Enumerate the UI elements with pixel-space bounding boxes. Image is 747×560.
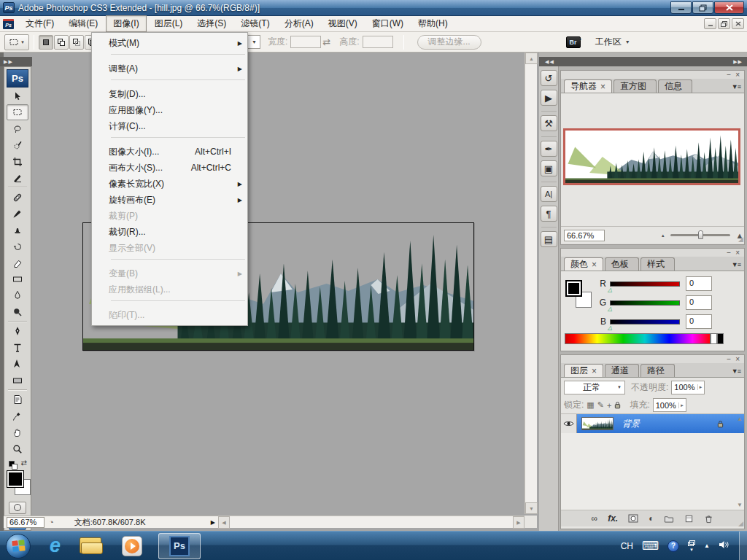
channel-slider[interactable]: △ <box>610 281 680 287</box>
dock-header[interactable]: ◀◀ ▶▶ <box>539 57 747 66</box>
slice-tool[interactable] <box>7 170 28 186</box>
slider-thumb[interactable] <box>698 230 703 239</box>
doc-restore-button[interactable] <box>718 18 730 29</box>
panel-minimize-icon[interactable]: − <box>727 356 731 362</box>
menu-item[interactable]: 图像(I) <box>106 15 146 32</box>
menu-item[interactable] <box>92 300 247 307</box>
black-swatch[interactable] <box>717 333 724 344</box>
actions-panel-button[interactable]: ▶ <box>541 90 557 106</box>
show-desktop-button[interactable] <box>739 532 747 560</box>
menu-item[interactable]: 陷印(T)... <box>92 307 247 323</box>
spinner-icon[interactable]: ▸ <box>697 384 703 390</box>
scroll-down-button[interactable]: ▼ <box>525 502 538 514</box>
add-selection-button[interactable] <box>54 35 69 50</box>
start-button[interactable] <box>6 534 31 559</box>
window-layout-icon[interactable]: ▼ <box>688 540 695 552</box>
character-panel-button[interactable]: A| <box>541 186 557 202</box>
panel-tab[interactable]: 图层 × <box>564 364 603 377</box>
menu-item[interactable]: 调整(A) ▶ <box>92 61 247 77</box>
media-player-button[interactable] <box>122 536 142 556</box>
blur-tool[interactable] <box>7 287 28 303</box>
toolbox-header[interactable]: ▶▶ <box>0 57 32 66</box>
color-spectrum-ramp[interactable] <box>565 333 711 344</box>
menu-item[interactable] <box>92 79 247 86</box>
tool-preset-picker[interactable]: ▼ <box>4 34 29 50</box>
swap-dimensions-icon[interactable]: ⇄ <box>322 36 330 47</box>
channel-value-input[interactable]: 0 <box>686 314 712 329</box>
menu-item[interactable]: 文件(F) <box>19 16 61 31</box>
clone-stamp-tool[interactable] <box>7 222 28 238</box>
opacity-input[interactable]: 100% ▸ <box>671 381 705 394</box>
menu-item[interactable]: 视图(V) <box>322 16 364 31</box>
panel-close-icon[interactable]: × <box>735 356 740 362</box>
lock-all-icon[interactable] <box>614 401 621 409</box>
panel-close-icon[interactable]: × <box>735 249 740 256</box>
quick-selection-tool[interactable] <box>7 137 28 153</box>
menu-item[interactable]: 模式(M) ▶ <box>92 35 247 51</box>
menu-item[interactable]: 复制(D)... <box>92 86 247 102</box>
panel-tab[interactable]: 导航器 × <box>564 79 612 93</box>
channel-slider[interactable]: △ <box>610 319 680 324</box>
foreground-color-swatch[interactable] <box>7 470 24 488</box>
menu-item[interactable]: 画布大小(S)... Alt+Ctrl+C <box>92 160 247 176</box>
notes-tool[interactable] <box>7 392 28 408</box>
tab-close-icon[interactable]: × <box>592 260 597 270</box>
pen-tool[interactable] <box>7 323 28 339</box>
height-input[interactable] <box>363 36 393 48</box>
workspace-button[interactable]: 工作区 ▼ <box>595 36 630 48</box>
scroll-up-button[interactable]: ▲ <box>525 52 538 64</box>
close-button[interactable] <box>714 1 744 14</box>
menu-item[interactable]: 图层(L) <box>148 16 190 31</box>
language-indicator[interactable]: CH <box>621 541 633 551</box>
list-scroll-up-icon[interactable]: ▲ <box>737 416 743 422</box>
path-selection-tool[interactable] <box>7 356 28 372</box>
tab-close-icon[interactable]: × <box>600 82 605 92</box>
scroll-left-button[interactable]: ◀ <box>218 516 230 529</box>
panel-tab[interactable]: 路径 <box>640 364 675 377</box>
menu-item[interactable] <box>92 259 247 265</box>
history-panel-button[interactable]: ↺ <box>541 70 557 86</box>
panel-tab[interactable]: 样式 <box>640 257 675 271</box>
eraser-tool[interactable] <box>7 254 28 271</box>
menu-item[interactable]: 选择(S) <box>190 16 233 31</box>
menu-item[interactable]: 显示全部(V) <box>92 240 247 256</box>
fill-input[interactable]: 100% ▸ <box>653 398 686 412</box>
blend-mode-select[interactable]: 正常 ▼ <box>564 381 625 394</box>
navigator-zoom-input[interactable]: 66.67% <box>564 230 605 241</box>
swap-colors-icon[interactable]: ⇄ <box>21 459 27 467</box>
eyedropper-tool[interactable] <box>7 408 28 424</box>
spinner-icon[interactable]: ▸ <box>678 402 684 408</box>
help-icon[interactable]: ? <box>667 540 679 552</box>
brushes-panel-button[interactable]: ✒ <box>541 141 557 157</box>
foreground-color-swatch[interactable] <box>565 280 582 297</box>
keyboard-icon[interactable]: ⌨ <box>642 539 659 553</box>
channel-value-input[interactable]: 0 <box>686 295 712 310</box>
tool-presets-panel-button[interactable]: ⚒ <box>541 115 557 131</box>
refine-edge-button[interactable]: 调整边缘... <box>417 35 481 50</box>
new-layer-button[interactable] <box>684 514 694 524</box>
adjustment-layer-button[interactable]: ◐ <box>649 513 654 524</box>
menu-item[interactable]: 编辑(E) <box>62 16 104 31</box>
panel-menu-icon[interactable]: ▼≡ <box>732 261 740 268</box>
menu-item[interactable]: 应用数据组(L)... <box>92 281 247 298</box>
bridge-button[interactable]: Br ⌕ <box>566 36 582 48</box>
layer-mask-button[interactable] <box>628 513 638 524</box>
scroll-right-button[interactable]: ▶ <box>513 516 525 529</box>
new-group-button[interactable] <box>664 514 674 523</box>
subtract-selection-button[interactable] <box>69 35 84 50</box>
horizontal-scrollbar[interactable]: ◀ ▶ <box>218 516 525 528</box>
zoom-tool[interactable] <box>7 440 28 456</box>
link-layers-icon[interactable]: ∞ <box>592 513 598 524</box>
panel-tab[interactable]: 信息 <box>658 79 692 93</box>
restore-button[interactable] <box>692 1 713 14</box>
menu-item[interactable]: 变量(B) ▶ <box>92 265 247 281</box>
menu-item[interactable]: 裁剪(P) <box>92 208 247 224</box>
clone-source-panel-button[interactable]: ▣ <box>541 160 557 176</box>
resize-grip-icon[interactable]: ◢ <box>738 520 743 527</box>
minimize-button[interactable] <box>670 1 692 14</box>
panel-menu-icon[interactable]: ▼≡ <box>732 83 740 90</box>
panel-tab[interactable]: 色板 <box>605 257 639 271</box>
lasso-tool[interactable] <box>7 120 28 136</box>
navigator-preview[interactable] <box>563 128 740 185</box>
new-selection-button[interactable] <box>39 35 53 50</box>
